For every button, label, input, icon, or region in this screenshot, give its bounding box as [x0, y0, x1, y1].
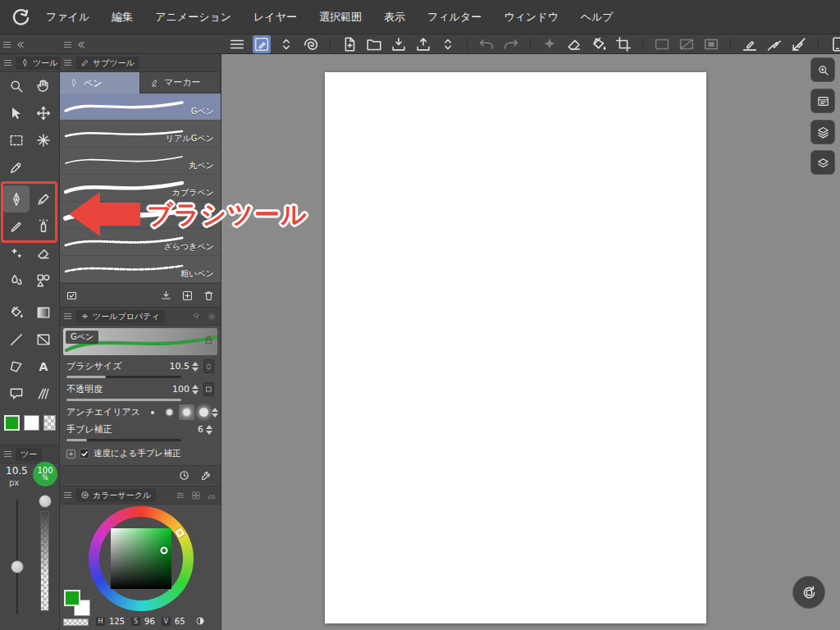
- speed-stabilization-checkbox[interactable]: [80, 449, 89, 459]
- brush-size-slider[interactable]: [66, 376, 181, 378]
- crop-icon[interactable]: [614, 35, 632, 53]
- export-file-icon[interactable]: [414, 35, 432, 53]
- figure-tool[interactable]: [30, 267, 57, 294]
- fill-icon[interactable]: [590, 35, 608, 53]
- pin-icon[interactable]: [192, 312, 202, 322]
- drag-handle-icon[interactable]: [4, 451, 11, 457]
- undo-icon[interactable]: [477, 35, 495, 53]
- color-set-tab-icon[interactable]: [191, 491, 201, 500]
- brush-size-slider-track[interactable]: [16, 500, 18, 614]
- tool-property-panel-button[interactable]: [810, 89, 835, 113]
- opacity-slider-knob[interactable]: [39, 495, 52, 508]
- drag-handle-icon[interactable]: [64, 42, 71, 48]
- layers-panel-button[interactable]: [810, 120, 835, 144]
- decoration-tool[interactable]: [2, 240, 30, 267]
- drawing-canvas[interactable]: [325, 72, 706, 623]
- menu-item-filter[interactable]: フィルター: [427, 10, 482, 25]
- selection-launcher-icon[interactable]: [653, 35, 671, 53]
- lock-icon[interactable]: [203, 335, 214, 345]
- eraser-tool[interactable]: [30, 240, 57, 267]
- subtool-tab[interactable]: サブツール: [75, 57, 139, 70]
- color-mode-icon[interactable]: [195, 616, 205, 626]
- gear-icon[interactable]: [207, 312, 217, 322]
- companion-device-icon[interactable]: [829, 35, 840, 53]
- drag-handle-icon[interactable]: [64, 60, 71, 66]
- rotate-canvas-button[interactable]: [792, 576, 825, 609]
- panel-cut-tool[interactable]: [2, 353, 30, 380]
- drag-handle-icon[interactable]: [4, 60, 11, 66]
- color-slider-tab-icon[interactable]: [176, 491, 185, 500]
- deselect-icon[interactable]: [678, 35, 696, 53]
- menu-item-layer[interactable]: レイヤー: [253, 10, 297, 25]
- tab-pen[interactable]: ペン: [60, 72, 140, 94]
- tab-marker[interactable]: マーカー: [140, 72, 221, 94]
- menu-item-help[interactable]: ヘルプ: [581, 10, 614, 25]
- antialias-weak-button[interactable]: [162, 404, 177, 420]
- gradient-tool[interactable]: [30, 299, 57, 326]
- subtool-item-round-pen[interactable]: 丸ペン: [60, 148, 221, 175]
- import-subtool-icon[interactable]: [160, 290, 172, 302]
- stabilization-stepper[interactable]: [206, 425, 212, 435]
- antialias-middle-button[interactable]: [179, 404, 194, 420]
- fill-tool[interactable]: [2, 299, 30, 326]
- auto-select-tool[interactable]: [30, 126, 57, 153]
- stabilization-slider[interactable]: [66, 439, 181, 441]
- transparent-color-swatch[interactable]: [43, 415, 56, 431]
- transparent-color-strip[interactable]: [63, 619, 89, 626]
- new-canvas-icon[interactable]: [340, 35, 358, 53]
- menu-item-animation[interactable]: アニメーション: [155, 10, 231, 25]
- drag-handle-icon[interactable]: [64, 313, 71, 319]
- tool-palette-tab[interactable]: ツール: [16, 57, 59, 70]
- frame-border-tool[interactable]: [30, 326, 57, 353]
- eyedropper-tool[interactable]: [2, 153, 30, 180]
- text-tool[interactable]: A: [30, 353, 57, 380]
- clear-icon[interactable]: [565, 35, 583, 53]
- collapse-left-icon[interactable]: [75, 39, 86, 50]
- indicator-toggle-icon[interactable]: [203, 359, 214, 373]
- wrench-icon[interactable]: [200, 469, 212, 482]
- snap-special-ruler-icon[interactable]: [765, 35, 783, 53]
- main-color-swatch[interactable]: [64, 590, 80, 606]
- invert-selection-icon[interactable]: [702, 35, 720, 53]
- main-menu-icon[interactable]: [228, 35, 246, 53]
- main-color-swatch[interactable]: [4, 415, 20, 431]
- snap-ruler-icon[interactable]: [741, 35, 759, 53]
- color-circle-tab[interactable]: カラーサークル: [75, 489, 156, 502]
- snap-grid-icon[interactable]: [790, 35, 808, 53]
- expand-icon[interactable]: +: [66, 450, 75, 459]
- reset-defaults-icon[interactable]: [178, 469, 190, 482]
- drag-handle-icon[interactable]: [64, 492, 71, 498]
- tool-property-tab[interactable]: ツールプロパティ: [75, 310, 165, 323]
- show-settings-icon[interactable]: [66, 290, 78, 302]
- antialias-none-button[interactable]: [144, 404, 160, 420]
- subtool-item-g-pen[interactable]: Gペン: [60, 94, 221, 121]
- opacity-slider-track[interactable]: [40, 511, 49, 611]
- opacity-stepper[interactable]: [192, 385, 199, 395]
- collapse-left-icon[interactable]: [15, 39, 25, 50]
- sparkle-icon[interactable]: [541, 35, 559, 53]
- zoom-tool[interactable]: [2, 72, 30, 99]
- menu-item-file[interactable]: ファイル: [46, 10, 89, 25]
- layer-property-panel-button[interactable]: [810, 150, 835, 175]
- menu-item-window[interactable]: ウィンドウ: [504, 10, 559, 25]
- menu-item-edit[interactable]: 編集: [112, 10, 133, 25]
- menu-item-selection[interactable]: 選択範囲: [319, 10, 362, 25]
- toggle-chevrons-icon[interactable]: [439, 35, 457, 53]
- close-gap-spiral-icon[interactable]: [302, 35, 320, 53]
- stream-line-tool[interactable]: [30, 380, 57, 407]
- brush-size-stepper[interactable]: [192, 362, 199, 372]
- sub-color-swatch[interactable]: [24, 415, 39, 431]
- blend-tool[interactable]: [2, 267, 30, 294]
- move-layer-tool[interactable]: [30, 99, 57, 126]
- antialias-strong-button[interactable]: [196, 404, 212, 420]
- menu-item-view[interactable]: 表示: [384, 10, 405, 25]
- save-file-icon[interactable]: [390, 35, 408, 53]
- delete-subtool-icon[interactable]: [203, 290, 215, 302]
- sv-marker[interactable]: [161, 546, 168, 554]
- zoom-navigator-button[interactable]: [810, 57, 835, 82]
- opacity-slider[interactable]: [66, 399, 181, 401]
- edit-mode-icon[interactable]: [253, 35, 271, 53]
- subtool-item-real-g-pen[interactable]: リアルGペン: [60, 121, 221, 148]
- saturation-value-square[interactable]: [111, 528, 171, 589]
- hand-tool[interactable]: [30, 72, 57, 99]
